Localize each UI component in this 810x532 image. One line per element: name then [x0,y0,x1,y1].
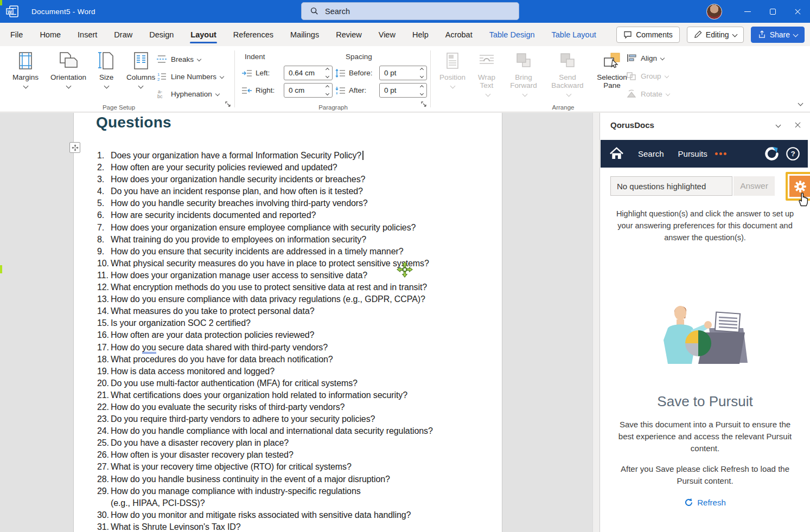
columns-label: Columns [126,73,155,81]
qorusdocs-logo-icon[interactable] [764,146,780,162]
breaks-button[interactable]: Breaks [156,52,224,67]
spacing-after-field[interactable]: 0 pt [379,83,427,98]
line-numbers-button[interactable]: 12 Line Numbers [156,69,224,84]
save-to-pursuit-body: Save this document into a Pursuit to ens… [614,419,796,454]
question-item[interactable]: How do you ensure compliance with data p… [74,293,502,305]
tab-home[interactable]: Home [39,28,61,41]
margins-button[interactable]: Margins [10,48,41,98]
wrap-text-button[interactable]: Wrap Text [472,48,501,98]
question-item[interactable]: Do you have a disaster recovery plan in … [74,437,502,449]
orientation-button[interactable]: Orientation [48,48,89,98]
question-item[interactable]: Do you have an incident response plan, a… [74,185,502,197]
position-button[interactable]: Position [437,48,468,98]
panel-nav-bar: Search Pursuits ? [601,140,808,168]
panel-close-icon[interactable] [794,121,801,129]
hyphenation-button[interactable]: a-bc Hyphenation [156,86,224,101]
question-item[interactable]: Is your organization SOC 2 certified? [74,317,502,329]
question-item[interactable]: How do you handle compliance with local … [74,425,502,437]
question-item[interactable]: Does your organization have a formal Inf… [74,150,502,162]
tab-review[interactable]: Review [335,28,362,41]
question-item[interactable]: What physical security measures do you h… [74,258,502,270]
question-item[interactable]: How often are your data protection polic… [74,329,502,341]
question-item[interactable]: How do you manage compliance with indust… [74,485,502,509]
question-item[interactable]: Do you use multi-factor authentication (… [74,377,502,389]
line-numbers-label: Line Numbers [171,73,216,81]
tab-file[interactable]: File [10,28,23,41]
question-item[interactable]: How often are your security policies rev… [74,162,502,174]
panel-collapse-chevron-icon[interactable] [776,122,781,127]
tab-table-layout[interactable]: Table Layout [551,28,597,41]
align-button[interactable]: Align [626,50,669,66]
question-item[interactable]: Do you require third-party vendors to ad… [74,413,502,425]
spacing-before-field[interactable]: 0 pt [379,66,427,80]
refresh-button[interactable]: Refresh [600,498,810,507]
question-item[interactable]: How do you handle business continuity in… [74,473,502,485]
tab-view[interactable]: View [378,28,396,41]
tab-help[interactable]: Help [412,28,429,41]
tab-design[interactable]: Design [149,28,174,41]
chevron-down-icon [793,32,799,37]
indent-right-spinner[interactable] [323,84,332,97]
search-box[interactable]: Search [301,2,519,20]
tab-table-design[interactable]: Table Design [489,28,535,41]
selection-pane-button[interactable]: Selection Pane [594,48,630,98]
nav-search[interactable]: Search [638,149,664,158]
tab-layout[interactable]: Layout [190,28,217,41]
spacing-after-spinner[interactable] [417,84,426,97]
tab-draw[interactable]: Draw [113,28,133,41]
comments-button[interactable]: Comments [616,27,680,43]
page-setup-dialog-launcher[interactable] [225,100,231,110]
spacing-before-spinner[interactable] [417,66,426,80]
indent-right-field[interactable]: 0 cm [284,83,333,98]
question-item[interactable]: How do you handle security breaches invo… [74,197,502,209]
columns-icon [133,50,149,71]
columns-button[interactable]: Columns [124,48,158,98]
refresh-icon [684,498,693,507]
document-page[interactable]: Questions Does your organization have a … [73,113,502,532]
question-item[interactable]: What measures do you take to protect per… [74,305,502,317]
question-item[interactable]: How does your organization ensure employ… [74,222,502,234]
question-item[interactable]: How do you evaluate the security risks o… [74,401,502,413]
question-item[interactable]: How are security incidents documented an… [74,209,502,221]
nav-pursuits[interactable]: Pursuits [678,149,707,158]
collapse-ribbon-button[interactable] [799,98,802,107]
question-item[interactable]: How do you monitor and mitigate risks as… [74,509,502,521]
tab-acrobat[interactable]: Acrobat [445,28,473,41]
help-icon[interactable]: ? [786,146,800,161]
tab-mailings[interactable]: Mailings [290,28,320,41]
question-item[interactable]: How does your organization handle securi… [74,174,502,185]
question-item[interactable]: How do you ensure that security incident… [74,246,502,258]
paragraph-dialog-launcher[interactable] [421,100,427,110]
nav-more-ellipsis-icon[interactable] [715,152,726,155]
question-item[interactable]: What is your recovery time objective (RT… [74,461,502,473]
tab-insert[interactable]: Insert [77,28,98,41]
share-button[interactable]: Share [751,27,805,43]
question-status-box[interactable]: No questions highlighted [610,176,732,196]
question-item[interactable]: What procedures do you have for data bre… [74,354,502,366]
table-move-handle[interactable] [69,142,80,153]
document-scrollbar[interactable] [592,113,599,532]
question-item[interactable]: How do you secure data shared with third… [74,342,502,354]
maximize-button[interactable] [760,0,785,23]
send-backward-button[interactable]: Send Backward [546,48,589,98]
avatar[interactable] [706,4,722,20]
indent-left-spinner[interactable] [323,66,332,80]
indent-left-field[interactable]: 0.64 cm [284,66,333,80]
home-icon[interactable] [609,147,624,161]
rotate-button[interactable]: Rotate [626,86,669,101]
close-button[interactable] [785,0,810,23]
question-item[interactable]: What certifications does your organizati… [74,389,502,401]
group-button[interactable]: Group [626,68,669,84]
question-item[interactable]: How often is your disaster recovery plan… [74,449,502,461]
question-item[interactable]: How is data access monitored and logged? [74,366,502,377]
tab-references[interactable]: References [233,28,274,41]
bring-forward-button[interactable]: Bring Forward [506,48,541,98]
question-item[interactable]: What encryption methods do you use to pr… [74,281,502,293]
minimize-button[interactable] [735,0,760,23]
size-button[interactable]: Size [95,48,117,98]
question-item[interactable]: What is Shrute Levinson's Tax ID? [74,521,502,532]
answer-button[interactable]: Answer [734,176,775,196]
question-item[interactable]: How does your organization manage user a… [74,270,502,281]
question-item[interactable]: What training do you provide to employee… [74,234,502,246]
editing-mode-button[interactable]: Editing [687,27,744,43]
